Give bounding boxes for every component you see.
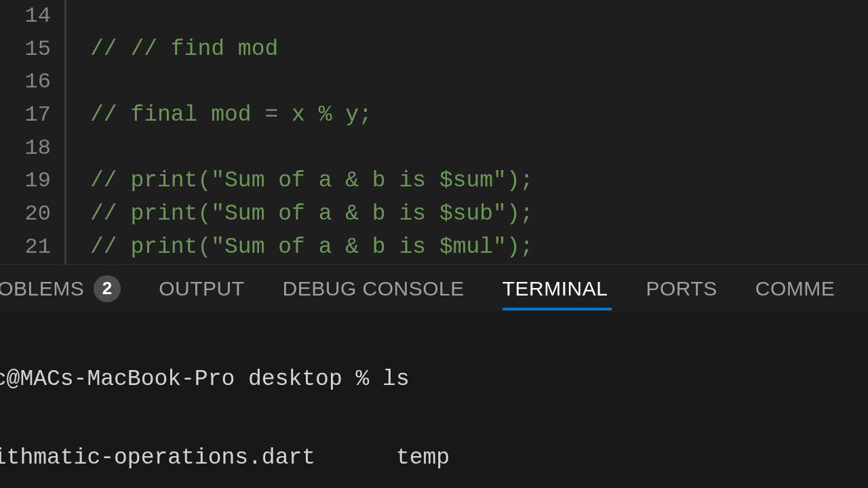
tab-label: DEBUG CONSOLE: [283, 277, 465, 300]
tab-label: OUTPUT: [159, 277, 244, 300]
tab-debug-console[interactable]: DEBUG CONSOLE: [283, 265, 465, 312]
tab-label: ROBLEMS: [0, 277, 84, 300]
line-number: 15: [0, 33, 51, 66]
line-number: 17: [0, 99, 51, 132]
code-line: [90, 132, 868, 165]
code-line: [90, 0, 868, 33]
tab-label: COMME: [755, 277, 835, 300]
problems-badge: 2: [94, 275, 121, 302]
line-number: 14: [0, 0, 51, 33]
code-line: // print("Sum of a & b is $mul");: [90, 231, 868, 264]
code-line: // print("Sum of a & b is $sum");: [90, 165, 868, 198]
tab-comments[interactable]: COMME: [755, 265, 835, 312]
terminal-panel[interactable]: ac@MACs-MacBook-Pro desktop % ls rithmat…: [0, 312, 868, 488]
line-number: 19: [0, 165, 51, 198]
tab-output[interactable]: OUTPUT: [159, 265, 244, 312]
code-line: [90, 66, 868, 99]
code-line: // print("Sum of a & b is $sub");: [90, 198, 868, 231]
tab-label: TERMINAL: [502, 277, 608, 300]
line-number: 21: [0, 231, 51, 264]
line-number: 20: [0, 198, 51, 231]
line-number-gutter: 14 15 16 17 18 19 20 21: [0, 0, 64, 264]
line-number: 16: [0, 66, 51, 99]
tab-terminal[interactable]: TERMINAL: [502, 265, 608, 312]
code-editor[interactable]: 14 15 16 17 18 19 20 21 // // find mod /…: [0, 0, 868, 264]
terminal-line: ac@MACs-MacBook-Pro desktop % ls: [0, 367, 868, 393]
code-line: // // find mod: [90, 33, 868, 66]
code-content[interactable]: // // find mod // final mod = x % y; // …: [64, 0, 868, 264]
tab-label: PORTS: [646, 277, 717, 300]
terminal-line: rithmatic-operations.dart temp: [0, 445, 868, 472]
code-line: // final mod = x % y;: [90, 99, 868, 132]
tab-problems[interactable]: ROBLEMS 2: [0, 265, 121, 312]
line-number: 18: [0, 132, 51, 165]
tab-ports[interactable]: PORTS: [646, 265, 717, 312]
panel-tab-bar: ROBLEMS 2 OUTPUT DEBUG CONSOLE TERMINAL …: [0, 264, 868, 312]
